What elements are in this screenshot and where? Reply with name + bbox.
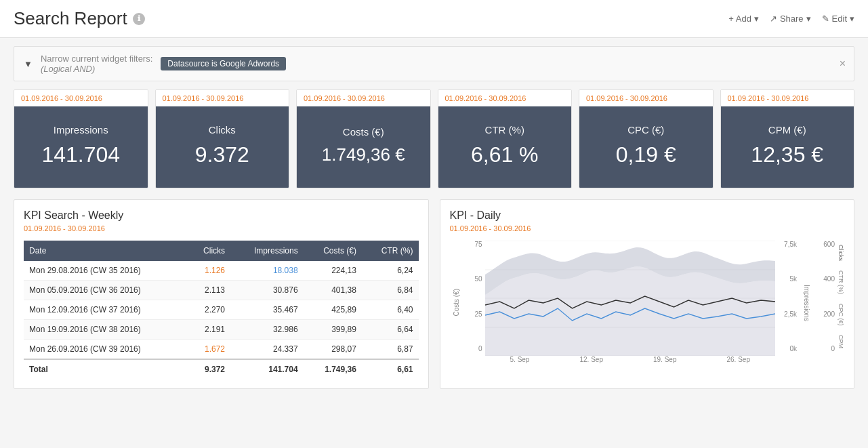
chart-panel-title: KPI - Daily [450,209,845,222]
row-clicks: 2.191 [187,320,230,340]
row-date: Mon 26.09.2016 (CW 39 2016) [24,340,187,360]
row-clicks: 1.672 [187,340,230,360]
kpi-value-clicks: 9.372 [195,142,249,167]
row-impressions: 24.337 [230,340,304,360]
kpi-label-ctr: CTR (%) [485,124,524,136]
kpi-body-impressions: Impressions 141.704 [14,106,148,188]
row-date: Mon 05.09.2016 (CW 36 2016) [24,281,187,300]
table-header-row: Date Clicks Impressions Costs (€) CTR (%… [24,241,419,261]
kpi-date-cpm: 01.09.2016 - 30.09.2016 [721,90,854,106]
kpi-card-cpm: 01.09.2016 - 30.09.2016 CPM (€) 12,35 € [720,89,855,188]
x-axis-labels: 5. Sep 12. Sep 19. Sep 26. Sep [485,356,776,365]
row-clicks: 2.270 [187,300,230,320]
chart-panel: KPI - Daily 01.09.2016 - 30.09.2016 Cost… [440,199,855,389]
row-impressions: 18.038 [230,261,304,281]
edit-icon: ✎ [822,14,829,24]
edit-label: Edit [832,14,847,24]
legend-cpc: CPC (€) [838,304,844,326]
table-row: Mon 12.09.2016 (CW 37 2016) 2.270 35.467… [24,300,419,320]
kpi-value-ctr: 6,61 % [471,142,539,167]
bottom-panels: KPI Search - Weekly 01.09.2016 - 30.09.2… [0,199,868,389]
kpi-label-costs: Costs (€) [343,126,384,138]
kpi-body-costs: Costs (€) 1.749,36 € [297,106,430,188]
total-impressions: 141.704 [230,359,304,379]
y-left-labels: 75 50 25 0 [466,241,482,365]
row-impressions: 32.986 [230,320,304,340]
kpi-date-ctr: 01.09.2016 - 30.09.2016 [438,90,572,106]
chevron-down-icon: ▾ [850,14,854,24]
row-costs: 401,38 [304,281,362,300]
kpi-card-costs: 01.09.2016 - 30.09.2016 Costs (€) 1.749,… [296,89,431,188]
filter-tag[interactable]: Datasource is Google Adwords [161,57,286,70]
y-axis-right-label: Impressions [803,285,810,321]
row-date: Mon 12.09.2016 (CW 37 2016) [24,300,187,320]
col-costs: Costs (€) [304,241,362,261]
row-date: Mon 19.09.2016 (CW 38 2016) [24,320,187,340]
kpi-value-cpm: 12,35 € [751,142,823,167]
info-icon[interactable]: ℹ [133,13,145,25]
kpi-body-cpc: CPC (€) 0,19 € [579,106,713,188]
table-panel-date: 01.09.2016 - 30.09.2016 [24,224,419,232]
row-ctr: 6,64 [362,320,419,340]
page-title: Search Report ℹ [14,8,145,29]
header-actions: + Add ▾ ↗ Share ▾ ✎ Edit ▾ [728,14,854,24]
row-costs: 399,89 [304,320,362,340]
share-icon: ↗ [770,14,777,24]
kpi-body-ctr: CTR (%) 6,61 % [438,106,572,188]
table-row: Mon 19.09.2016 (CW 38 2016) 2.191 32.986… [24,320,419,340]
share-button[interactable]: ↗ Share ▾ [770,14,811,24]
row-costs: 224,13 [304,261,362,281]
filter-icon: ▼ [24,59,33,69]
kpi-body-cpm: CPM (€) 12,35 € [721,106,854,188]
kpi-card-clicks: 01.09.2016 - 30.09.2016 Clicks 9.372 [155,89,290,188]
row-costs: 298,07 [304,340,362,360]
add-button[interactable]: + Add ▾ [728,14,759,24]
row-clicks: 2.113 [187,281,230,300]
kpi-value-costs: 1.749,36 € [322,144,405,165]
kpi-label-impressions: Impressions [54,124,108,136]
row-costs: 425,89 [304,300,362,320]
row-date: Mon 29.08.2016 (CW 35 2016) [24,261,187,281]
page-header: Search Report ℹ + Add ▾ ↗ Share ▾ ✎ Edit… [0,0,868,38]
kpi-label-clicks: Clicks [209,124,236,136]
chevron-down-icon: ▾ [806,14,811,24]
chart-svg [485,241,776,356]
row-ctr: 6,84 [362,281,419,300]
filter-sublabel: (Logical AND) [41,64,95,74]
chart-legend: Clicks CTR (%) CPC (€) CPM [838,241,844,365]
kpi-card-impressions: 01.09.2016 - 30.09.2016 Impressions 141.… [14,89,148,188]
table-total-row: Total 9.372 141.704 1.749,36 6,61 [24,359,419,379]
kpi-card-cpc: 01.09.2016 - 30.09.2016 CPC (€) 0,19 € [579,89,714,188]
row-ctr: 6,40 [362,300,419,320]
row-impressions: 30.876 [230,281,304,300]
filter-label: Narrow current widget filters: (Logical … [41,54,152,74]
col-ctr: CTR (%) [362,241,419,261]
filter-bar: ▼ Narrow current widget filters: (Logica… [14,46,854,81]
legend-cpm: CPM [838,335,844,348]
edit-button[interactable]: ✎ Edit ▾ [822,14,854,24]
chevron-down-icon: ▾ [754,14,759,24]
share-label: Share [780,14,804,24]
table-row: Mon 29.08.2016 (CW 35 2016) 1.126 18.038… [24,261,419,281]
y-right-labels: 7,5k 5k 2,5k 0k [778,241,797,365]
filter-close-button[interactable]: × [840,58,846,70]
kpi-label-cpm: CPM (€) [768,124,806,136]
kpi-date-clicks: 01.09.2016 - 30.09.2016 [156,90,289,106]
table-row: Mon 26.09.2016 (CW 39 2016) 1.672 24.337… [24,340,419,360]
total-costs: 1.749,36 [304,359,362,379]
y-right2-labels: 600 400 200 0 [816,241,835,365]
title-text: Search Report [14,8,127,29]
chart-area [485,241,776,356]
col-impressions: Impressions [230,241,304,261]
col-date: Date [24,241,187,261]
kpi-date-costs: 01.09.2016 - 30.09.2016 [297,90,430,106]
kpi-value-cpc: 0,19 € [616,142,676,167]
chart-panel-date: 01.09.2016 - 30.09.2016 [450,224,845,232]
kpi-card-ctr: 01.09.2016 - 30.09.2016 CTR (%) 6,61 % [438,89,573,188]
filter-label-text: Narrow current widget filters: [41,54,152,64]
kpi-cards-container: 01.09.2016 - 30.09.2016 Impressions 141.… [0,89,868,188]
legend-ctr: CTR (%) [838,270,844,294]
table-row: Mon 05.09.2016 (CW 36 2016) 2.113 30.876… [24,281,419,300]
row-ctr: 6,87 [362,340,419,360]
row-ctr: 6,24 [362,261,419,281]
